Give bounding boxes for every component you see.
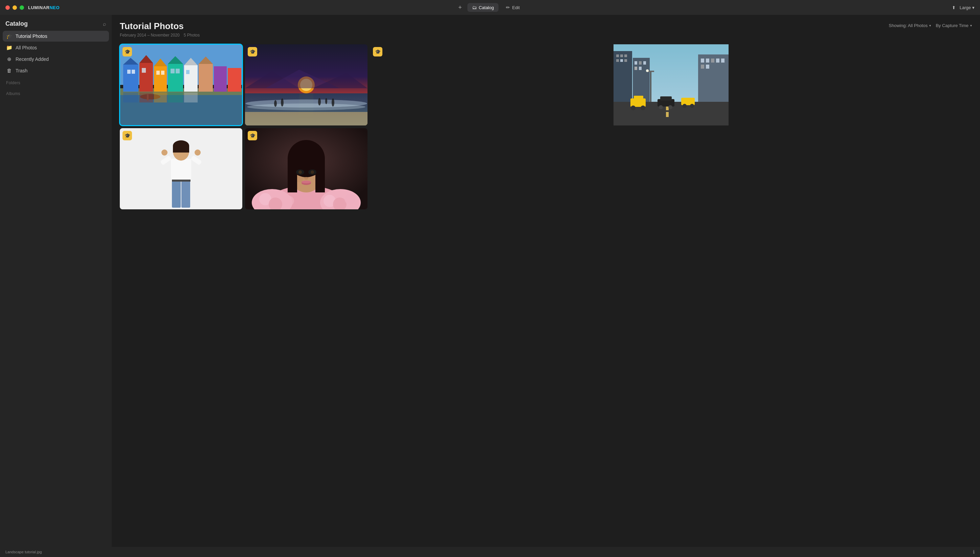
svg-rect-15 — [214, 66, 227, 92]
content-area: Tutorial Photos February 2014 – November… — [112, 15, 980, 547]
svg-rect-68 — [701, 65, 704, 68]
maximize-button[interactable] — [20, 5, 24, 10]
svg-rect-99 — [172, 179, 191, 182]
date-range: February 2014 – November 2020 — [120, 33, 180, 37]
svg-rect-11 — [184, 65, 197, 92]
svg-point-40 — [274, 100, 277, 107]
svg-rect-50 — [616, 54, 619, 57]
content-header-left: Tutorial Photos February 2014 – November… — [120, 21, 200, 37]
sidebar-item-label: Trash — [16, 68, 28, 73]
svg-rect-24 — [186, 70, 189, 74]
app-logo: LUMINARNEO — [28, 5, 60, 10]
svg-point-76 — [641, 106, 645, 110]
sidebar-title: Catalog — [5, 20, 28, 28]
svg-rect-65 — [711, 59, 714, 63]
svg-rect-88 — [171, 159, 191, 182]
photo-count: 5 Photos — [184, 33, 200, 37]
svg-point-110 — [344, 194, 355, 205]
svg-rect-29 — [154, 92, 167, 103]
folders-section-label: Folders — [0, 76, 112, 86]
svg-rect-39 — [245, 112, 367, 125]
photo-city[interactable]: 🎓 — [370, 44, 972, 125]
main-layout: Catalog ⌕ 🎓 Tutorial Photos 📁 All Photos… — [0, 15, 980, 547]
sidebar-item-label: All Photos — [16, 45, 37, 50]
svg-rect-58 — [639, 61, 642, 65]
svg-rect-53 — [616, 59, 619, 62]
svg-rect-13 — [199, 64, 213, 92]
sidebar-item-label: Tutorial Photos — [16, 34, 47, 39]
svg-rect-72 — [666, 112, 669, 117]
svg-rect-27 — [123, 92, 139, 103]
sidebar-nav: 🎓 Tutorial Photos 📁 All Photos ⊕ Recentl… — [0, 31, 112, 76]
svg-rect-21 — [161, 71, 165, 75]
showing-filter[interactable]: Showing: All Photos ▾ — [889, 23, 931, 28]
trash-icon: 🗑 — [6, 68, 12, 73]
edit-tab[interactable]: ✏ Edit — [501, 3, 524, 12]
svg-rect-23 — [176, 68, 180, 73]
share-icon[interactable]: ⬆ — [952, 5, 956, 10]
photo-woman2[interactable]: 🎓 — [245, 128, 367, 209]
sidebar-item-tutorial-photos[interactable]: 🎓 Tutorial Photos — [3, 31, 109, 42]
size-selector[interactable]: Large ▾ — [960, 5, 975, 10]
recently-added-icon: ⊕ — [6, 56, 12, 62]
svg-rect-67 — [721, 59, 724, 63]
svg-point-107 — [284, 196, 294, 206]
svg-point-83 — [669, 105, 672, 109]
statusbar: Landscape tutorial.jpg ℹ — [0, 547, 980, 557]
sidebar: Catalog ⌕ 🎓 Tutorial Photos 📁 All Photos… — [0, 15, 112, 547]
svg-point-78 — [683, 104, 686, 108]
sidebar-item-recently-added[interactable]: ⊕ Recently Added — [3, 54, 109, 65]
svg-rect-17 — [127, 70, 130, 74]
svg-rect-69 — [706, 65, 709, 68]
svg-point-44 — [332, 98, 334, 106]
svg-rect-57 — [634, 61, 637, 65]
svg-rect-81 — [660, 96, 672, 101]
svg-point-75 — [631, 106, 636, 110]
photo-row-2: 🎓 — [120, 128, 972, 209]
sidebar-item-trash[interactable]: 🗑 Trash — [3, 65, 109, 76]
content-header-right: Showing: All Photos ▾ By Capture Time ▾ — [889, 23, 972, 28]
content-header: Tutorial Photos February 2014 – November… — [112, 15, 980, 42]
photo-badge-woman1: 🎓 — [122, 131, 132, 140]
svg-point-42 — [318, 98, 321, 106]
svg-rect-28 — [139, 92, 153, 103]
albums-section-label: Albums — [0, 86, 112, 98]
search-icon[interactable]: ⌕ — [103, 21, 106, 27]
close-button[interactable] — [5, 5, 10, 10]
svg-rect-7 — [154, 66, 167, 92]
svg-point-41 — [281, 98, 284, 106]
svg-rect-74 — [634, 96, 643, 100]
photo-landscape[interactable]: 🎓 — [120, 44, 242, 125]
svg-rect-63 — [701, 59, 704, 63]
sort-filter[interactable]: By Capture Time ▾ — [936, 23, 972, 28]
svg-rect-20 — [157, 71, 160, 75]
edit-icon: ✏ — [506, 5, 510, 10]
titlebar-center: + 🗂 Catalog ✏ Edit — [455, 3, 525, 12]
tutorial-photos-icon: 🎓 — [6, 33, 12, 39]
svg-rect-18 — [132, 70, 135, 74]
svg-point-86 — [646, 69, 649, 72]
svg-rect-30 — [168, 92, 183, 103]
photo-woman1[interactable]: 🎓 — [120, 128, 242, 209]
info-icon[interactable]: ℹ — [973, 549, 975, 555]
svg-point-122 — [304, 177, 308, 179]
svg-rect-91 — [181, 181, 190, 208]
minimize-button[interactable] — [13, 5, 17, 10]
svg-rect-59 — [643, 61, 646, 65]
sidebar-item-all-photos[interactable]: 📁 All Photos — [3, 42, 109, 53]
svg-rect-61 — [639, 67, 642, 70]
titlebar: LUMINARNEO + 🗂 Catalog ✏ Edit ⬆ Large ▾ — [0, 0, 980, 15]
photo-row-1: 🎓 — [120, 44, 972, 125]
svg-point-121 — [311, 171, 314, 174]
svg-point-97 — [161, 150, 168, 156]
svg-point-120 — [298, 171, 302, 174]
catalog-tab[interactable]: 🗂 Catalog — [467, 3, 499, 12]
all-photos-icon: 📁 — [6, 45, 12, 51]
svg-rect-116 — [288, 159, 297, 192]
photo-beach[interactable]: 🎓 — [245, 44, 367, 125]
svg-point-98 — [194, 150, 201, 156]
add-button[interactable]: + — [455, 4, 465, 11]
svg-rect-94 — [173, 146, 189, 153]
svg-rect-19 — [142, 68, 146, 73]
photo-badge-city: 🎓 — [373, 47, 382, 57]
